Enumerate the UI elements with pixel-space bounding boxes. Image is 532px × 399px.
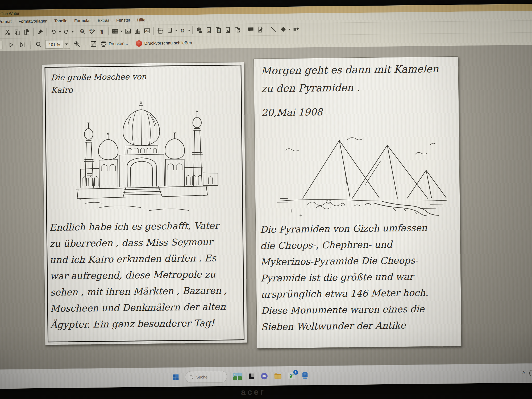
copy-icon	[14, 29, 20, 36]
diary-line: Morgen geht es dann mit Kamelen	[261, 60, 439, 80]
last-page-button[interactable]	[18, 40, 26, 49]
insert-comment-button[interactable]	[246, 25, 255, 34]
chart-icon	[134, 27, 141, 34]
taskbar-search[interactable]	[185, 371, 227, 383]
basic-shapes-dropdown-caret[interactable]	[289, 28, 291, 30]
tray-partial-icon[interactable]	[529, 370, 532, 377]
special-character-dropdown-caret[interactable]	[188, 30, 190, 31]
search-input[interactable]	[196, 374, 223, 379]
basic-shapes-button[interactable]	[279, 25, 288, 34]
next-page-button[interactable]	[6, 40, 15, 49]
insert-page-number-button[interactable]: 1	[204, 26, 213, 35]
insert-text-box-button[interactable]: A	[143, 26, 151, 35]
undo-dropdown-caret[interactable]	[59, 31, 61, 32]
window-title: Office Writer	[0, 11, 19, 16]
diary-line: Endlich habe ich es geschafft, Vater	[49, 218, 226, 236]
menu-format[interactable]: Format	[0, 19, 12, 24]
preview-separator	[132, 40, 132, 48]
diary-date: 20,Mai 1908	[261, 107, 323, 118]
toolbar-separator	[244, 26, 244, 34]
document-preview-area: Die große Moschee von Kairo	[0, 45, 532, 370]
insert-hyperlink-button[interactable]	[195, 26, 203, 35]
undo-button[interactable]	[49, 27, 58, 36]
full-screen-button[interactable]	[89, 39, 98, 48]
insert-field-button[interactable]	[165, 26, 174, 35]
diary-line: zu überreden , dass Miss Seymour	[49, 234, 227, 252]
diary-line: ursprünglich etwa 146 Meter hoch.	[261, 285, 429, 303]
insert-bookmark-button[interactable]	[233, 25, 242, 34]
hyperlink-globe-icon	[196, 27, 202, 34]
track-changes-button[interactable]	[256, 25, 265, 34]
diary-page-right: Morgen geht es dann mit Kamelen zu den P…	[253, 56, 462, 349]
folder-icon	[274, 372, 282, 379]
spellcheck-button[interactable]: abc	[88, 27, 97, 36]
diary-line: und ich Kairo erkunden dürfen . Es	[49, 250, 227, 268]
zoom-level-input[interactable]: 101 %	[45, 40, 63, 49]
table-dropdown-caret[interactable]	[120, 31, 123, 32]
widgets-button[interactable]	[233, 372, 242, 380]
zoom-out-icon	[35, 41, 42, 48]
chevron-down-icon	[65, 43, 68, 45]
start-button[interactable]	[172, 374, 179, 381]
insert-page-break-button[interactable]	[156, 26, 165, 35]
menu-extras[interactable]: Extras	[98, 18, 109, 23]
video-chat-icon	[261, 372, 268, 380]
document-app-button[interactable]	[302, 372, 309, 379]
scissors-icon	[4, 29, 11, 36]
find-replace-button[interactable]: a	[78, 27, 87, 36]
close-preview-button[interactable]: Druckvorschau schließen	[136, 40, 192, 47]
formatting-marks-button[interactable]: ¶	[97, 27, 106, 36]
menu-formatvorlagen[interactable]: Formatvorlagen	[18, 19, 47, 24]
redo-icon	[63, 28, 69, 35]
toolbar-separator	[47, 28, 47, 36]
paste-button[interactable]	[22, 28, 31, 37]
openoffice-button[interactable]: 8	[288, 372, 296, 380]
insert-chart-button[interactable]	[133, 26, 142, 35]
redo-button[interactable]	[62, 27, 70, 36]
tray-chevron-icon[interactable]: ^	[522, 371, 525, 376]
zoom-in-button[interactable]	[72, 40, 81, 49]
diary-line: sehen , mit ihren Märkten , Bazaren ,	[50, 282, 227, 301]
find-replace-icon: a	[79, 28, 86, 35]
cross-reference-icon	[224, 26, 231, 33]
document-app-icon	[302, 372, 309, 379]
zoom-out-button[interactable]	[34, 40, 43, 49]
svg-text:a: a	[81, 30, 82, 32]
paste-icon	[23, 29, 30, 36]
monitor-brand-logo: acer	[241, 387, 265, 397]
clone-formatting-button[interactable]	[36, 27, 44, 36]
toolbar-separator	[267, 26, 267, 34]
menu-hilfe[interactable]: Hilfe	[137, 18, 146, 22]
mosque-sketch	[59, 92, 225, 219]
chat-button[interactable]	[261, 372, 268, 380]
toolbar-separator	[33, 28, 34, 36]
app-l-button[interactable]	[248, 373, 255, 380]
insert-footnote-button[interactable]: (i)	[214, 26, 223, 35]
field-dropdown-caret[interactable]	[175, 30, 177, 31]
preview-separator	[30, 41, 30, 49]
insert-table-button[interactable]	[111, 27, 119, 36]
cut-button[interactable]	[3, 28, 12, 37]
diary-line: Mykerinos-Pyramide Die Cheops-	[260, 252, 428, 270]
left-page-body: Endlich habe ich es geschafft, Vater zu …	[49, 218, 228, 333]
insert-cross-reference-button[interactable]	[223, 25, 232, 34]
shapes-icon	[292, 26, 299, 33]
menu-formular[interactable]: Formular	[74, 18, 91, 23]
spellcheck-icon: abc	[89, 28, 95, 35]
draw-functions-button[interactable]	[292, 24, 300, 34]
left-page-title: Die große Moschee von Kairo	[51, 70, 147, 96]
file-explorer-button[interactable]	[274, 372, 282, 379]
toolbar-separator	[192, 26, 193, 34]
zoom-in-icon	[73, 41, 80, 48]
insert-image-button[interactable]	[123, 27, 132, 36]
menu-fenster[interactable]: Fenster	[116, 18, 130, 23]
print-button[interactable]: Drucken...	[100, 40, 128, 47]
insert-special-character-button[interactable]: Ω	[178, 26, 187, 35]
redo-dropdown-caret[interactable]	[72, 31, 74, 32]
copy-button[interactable]	[13, 28, 22, 37]
menu-tabelle[interactable]: Tabelle	[54, 18, 67, 23]
page-break-icon	[157, 27, 164, 34]
insert-line-button[interactable]	[269, 25, 278, 34]
zoom-dropdown-button[interactable]	[63, 40, 70, 49]
undo-icon	[50, 28, 57, 35]
